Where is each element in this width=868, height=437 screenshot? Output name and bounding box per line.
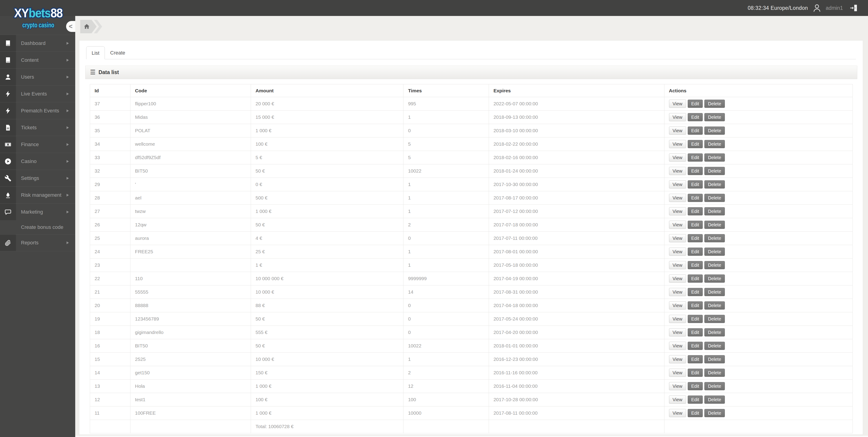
sidebar-item-tickets[interactable]: Tickets: [0, 119, 75, 136]
table-row: 231 €12017-05-18 00:00:00ViewEditDelete: [90, 258, 853, 272]
delete-button[interactable]: Delete: [704, 301, 725, 310]
edit-button[interactable]: Edit: [688, 396, 703, 404]
edit-button[interactable]: Edit: [688, 275, 703, 283]
edit-button[interactable]: Edit: [688, 127, 703, 135]
edit-button[interactable]: Edit: [688, 261, 703, 269]
edit-button[interactable]: Edit: [688, 221, 703, 229]
view-button[interactable]: View: [669, 248, 686, 256]
edit-button[interactable]: Edit: [688, 234, 703, 242]
breadcrumb-home[interactable]: [80, 20, 97, 33]
edit-button[interactable]: Edit: [688, 113, 703, 121]
chevron-right-icon: [67, 241, 69, 244]
delete-button[interactable]: Delete: [704, 113, 725, 121]
view-button[interactable]: View: [669, 396, 686, 404]
edit-button[interactable]: Edit: [688, 288, 703, 296]
cell-actions: ViewEditDelete: [664, 353, 853, 366]
sidebar-item-users[interactable]: Users: [0, 68, 75, 85]
view-button[interactable]: View: [669, 301, 686, 310]
sidebar-item-live-events[interactable]: Live Events: [0, 85, 75, 102]
delete-button[interactable]: Delete: [704, 153, 725, 162]
delete-button[interactable]: Delete: [704, 261, 725, 269]
delete-button[interactable]: Delete: [704, 315, 725, 323]
view-button[interactable]: View: [669, 369, 686, 377]
view-button[interactable]: View: [669, 153, 686, 162]
edit-button[interactable]: Edit: [688, 194, 703, 202]
chevron-right-icon: [67, 194, 69, 196]
edit-button[interactable]: Edit: [688, 301, 703, 310]
view-button[interactable]: View: [669, 194, 686, 202]
delete-button[interactable]: Delete: [704, 167, 725, 175]
edit-button[interactable]: Edit: [688, 167, 703, 175]
view-button[interactable]: View: [669, 409, 686, 417]
edit-button[interactable]: Edit: [688, 180, 703, 189]
view-button[interactable]: View: [669, 382, 686, 390]
sidebar-item-settings[interactable]: Settings: [0, 169, 75, 186]
cell-amount: 100 €: [251, 393, 403, 406]
delete-button[interactable]: Delete: [704, 328, 725, 337]
view-button[interactable]: View: [669, 207, 686, 215]
delete-button[interactable]: Delete: [704, 127, 725, 135]
sidebar-item-risk-management[interactable]: Risk management: [0, 186, 75, 204]
view-button[interactable]: View: [669, 113, 686, 121]
bolt-icon: [0, 86, 16, 102]
edit-button[interactable]: Edit: [688, 369, 703, 377]
sidebar-item-marketing[interactable]: Marketing: [0, 204, 75, 220]
view-button[interactable]: View: [669, 275, 686, 283]
view-button[interactable]: View: [669, 234, 686, 242]
delete-button[interactable]: Delete: [704, 140, 725, 148]
delete-button[interactable]: Delete: [704, 355, 725, 363]
edit-button[interactable]: Edit: [688, 342, 703, 350]
view-button[interactable]: View: [669, 180, 686, 189]
sidebar-item-finance[interactable]: 1Finance: [0, 136, 75, 153]
view-button[interactable]: View: [669, 328, 686, 337]
delete-button[interactable]: Delete: [704, 275, 725, 283]
view-button[interactable]: View: [669, 127, 686, 135]
view-button[interactable]: View: [669, 221, 686, 229]
edit-button[interactable]: Edit: [688, 355, 703, 363]
delete-button[interactable]: Delete: [704, 234, 725, 242]
edit-button[interactable]: Edit: [688, 248, 703, 256]
view-button[interactable]: View: [669, 167, 686, 175]
tab-create[interactable]: Create: [105, 46, 130, 59]
view-button[interactable]: View: [669, 315, 686, 323]
sidebar-item-prematch-events[interactable]: Prematch Events: [0, 102, 75, 119]
logout-door-icon: [849, 3, 859, 12]
edit-button[interactable]: Edit: [688, 100, 703, 108]
paperclip-icon: [0, 235, 16, 251]
sidebar-subitem-create-bonus-code[interactable]: Create bonus code: [0, 220, 75, 235]
logout-button[interactable]: [849, 3, 859, 12]
sidebar-item-content[interactable]: Content: [0, 52, 75, 68]
datalist-header: ☰ Data list: [85, 66, 857, 79]
delete-button[interactable]: Delete: [704, 100, 725, 108]
delete-button[interactable]: Delete: [704, 180, 725, 189]
edit-button[interactable]: Edit: [688, 153, 703, 162]
view-button[interactable]: View: [669, 140, 686, 148]
delete-button[interactable]: Delete: [704, 288, 725, 296]
view-button[interactable]: View: [669, 288, 686, 296]
delete-button[interactable]: Delete: [704, 221, 725, 229]
table-row: 15252510 000 €12016-12-23 00:00:00ViewEd…: [90, 353, 853, 366]
delete-button[interactable]: Delete: [704, 342, 725, 350]
edit-button[interactable]: Edit: [688, 382, 703, 390]
edit-button[interactable]: Edit: [688, 140, 703, 148]
delete-button[interactable]: Delete: [704, 194, 725, 202]
delete-button[interactable]: Delete: [704, 409, 725, 417]
delete-button[interactable]: Delete: [704, 396, 725, 404]
brand-logo[interactable]: XYbets88 crypto casino: [2, 0, 75, 40]
delete-button[interactable]: Delete: [704, 248, 725, 256]
edit-button[interactable]: Edit: [688, 409, 703, 417]
sidebar-item-casino[interactable]: Casino: [0, 153, 75, 169]
tab-list[interactable]: List: [86, 46, 105, 59]
view-button[interactable]: View: [669, 261, 686, 269]
delete-button[interactable]: Delete: [704, 382, 725, 390]
sidebar-item-reports[interactable]: Reports: [0, 235, 75, 251]
view-button[interactable]: View: [669, 342, 686, 350]
avatar[interactable]: [812, 3, 822, 13]
delete-button[interactable]: Delete: [704, 369, 725, 377]
view-button[interactable]: View: [669, 100, 686, 108]
delete-button[interactable]: Delete: [704, 207, 725, 215]
edit-button[interactable]: Edit: [688, 315, 703, 323]
view-button[interactable]: View: [669, 355, 686, 363]
edit-button[interactable]: Edit: [688, 328, 703, 337]
edit-button[interactable]: Edit: [688, 207, 703, 215]
